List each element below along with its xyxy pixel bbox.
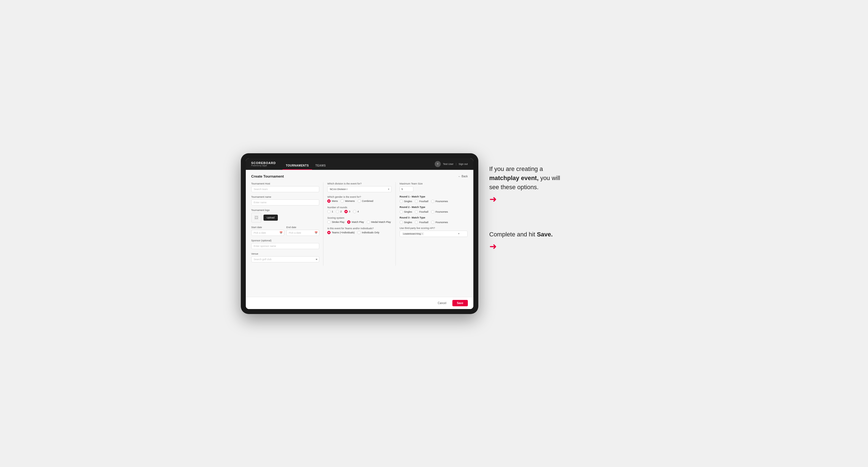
back-button[interactable]: ← Back xyxy=(458,175,468,178)
scoring-match[interactable]: Match Play xyxy=(347,220,364,224)
teams-teams-radio[interactable] xyxy=(327,231,331,234)
sponsor-label: Sponsor (optional) xyxy=(251,239,319,242)
tablet-screen: SCOREBOARD Powered by clippit TOURNAMENT… xyxy=(246,158,473,309)
teams-teams-label: Teams (+Individuals) xyxy=(332,231,354,234)
rounds-4-radio[interactable] xyxy=(353,210,356,213)
api-select-box[interactable]: Leaderboard King × ▾ xyxy=(400,230,468,237)
round1-fourball[interactable]: Fourball xyxy=(415,200,428,203)
page-title: Create Tournament xyxy=(251,174,284,178)
round3-singles-radio[interactable] xyxy=(400,221,403,224)
round2-singles[interactable]: Singles xyxy=(400,210,412,214)
teams-group: Is this event for Teams and/or Individua… xyxy=(327,227,392,234)
round1-foursomes-label: Foursomes xyxy=(436,200,448,203)
scoring-medal[interactable]: Medal Match Play xyxy=(367,220,391,224)
col-2: Which division is the event for? NCAA Di… xyxy=(323,182,396,266)
max-team-size-input[interactable] xyxy=(400,186,413,192)
brand-title: SCOREBOARD xyxy=(251,161,276,165)
cancel-button[interactable]: Cancel xyxy=(434,300,450,306)
round3-label: Round 3 - Match Type xyxy=(400,216,468,219)
teams-teams[interactable]: Teams (+Individuals) xyxy=(327,231,354,234)
round1-fourball-radio[interactable] xyxy=(415,200,418,203)
round3-fourball[interactable]: Fourball xyxy=(415,221,428,224)
rounds-radio-group: 1 2 3 xyxy=(327,210,392,213)
sponsor-group: Sponsor (optional) xyxy=(251,239,319,249)
rounds-4-label: 4 xyxy=(358,210,359,213)
tournament-name-label: Tournament name xyxy=(251,195,319,198)
annotation-bottom-text: Complete and hit Save. xyxy=(489,230,567,239)
round2-singles-radio[interactable] xyxy=(400,210,403,214)
round1-singles-radio[interactable] xyxy=(400,200,403,203)
arrow-bottom-icon: ➜ xyxy=(489,242,497,252)
teams-individuals-radio[interactable] xyxy=(358,231,361,234)
rounds-3[interactable]: 3 xyxy=(344,210,350,213)
annotation-top-text: If you are creating a matchplay event, y… xyxy=(489,164,567,192)
annotation-bottom: Complete and hit Save. ➜ xyxy=(489,230,627,252)
round2-section: Round 2 - Match Type Singles Fourball xyxy=(400,206,468,214)
calendar-icon-end: 📅 xyxy=(315,231,318,234)
rounds-2-radio[interactable] xyxy=(336,210,339,213)
gender-womens[interactable]: Womens xyxy=(341,199,354,203)
modal-footer: Cancel Save xyxy=(246,297,473,309)
division-select-wrapper: NCAA Division I xyxy=(327,186,392,192)
dates-group: Start date 📅 End date xyxy=(251,226,319,236)
tournament-name-input[interactable] xyxy=(251,199,319,206)
round1-fourball-label: Fourball xyxy=(419,200,428,203)
rounds-1[interactable]: 1 xyxy=(327,210,333,213)
scoring-stroke[interactable]: Stroke Play xyxy=(327,220,344,224)
upload-button[interactable]: Upload xyxy=(264,215,278,221)
api-value: Leaderboard King xyxy=(403,232,421,235)
scoring-match-radio[interactable] xyxy=(347,220,350,224)
round2-foursomes-radio[interactable] xyxy=(431,210,434,214)
round1-singles[interactable]: Singles xyxy=(400,200,412,203)
rounds-3-radio[interactable] xyxy=(344,210,348,213)
max-team-size-group: Maximum Team Size xyxy=(400,182,468,192)
round1-foursomes-radio[interactable] xyxy=(431,200,434,203)
scoring-medal-label: Medal Match Play xyxy=(371,221,391,223)
save-button[interactable]: Save xyxy=(453,300,468,306)
round2-foursomes[interactable]: Foursomes xyxy=(431,210,448,214)
venue-chevron-icon: ▾ xyxy=(316,258,318,261)
tab-teams[interactable]: TEAMS xyxy=(312,164,329,170)
round3-foursomes[interactable]: Foursomes xyxy=(431,221,448,224)
teams-label: Is this event for Teams and/or Individua… xyxy=(327,227,392,230)
content-area: Create Tournament ← Back Tournament Host… xyxy=(246,170,473,297)
api-label: Use third-party live scoring API? xyxy=(400,227,468,229)
start-date-label: Start date xyxy=(251,226,284,229)
round1-singles-label: Singles xyxy=(404,200,412,203)
division-select[interactable]: NCAA Division I xyxy=(327,186,392,192)
round2-fourball[interactable]: Fourball xyxy=(415,210,428,214)
gender-womens-radio[interactable] xyxy=(341,199,344,203)
round2-fourball-radio[interactable] xyxy=(415,210,418,214)
round3-singles[interactable]: Singles xyxy=(400,221,412,224)
teams-radio-group: Teams (+Individuals) Individuals Only xyxy=(327,231,392,234)
gender-combined[interactable]: Combined xyxy=(358,199,373,203)
rounds-1-radio[interactable] xyxy=(327,210,331,213)
round3-fourball-radio[interactable] xyxy=(415,221,418,224)
tab-tournaments[interactable]: TOURNAMENTS xyxy=(282,164,312,170)
tournament-name-group: Tournament name xyxy=(251,195,319,206)
scoring-radio-group: Stroke Play Match Play Medal Match Play xyxy=(327,220,392,224)
gender-mens-radio[interactable] xyxy=(327,199,331,203)
tournament-host-input[interactable] xyxy=(251,186,319,192)
signout-link[interactable]: Sign out xyxy=(459,163,468,165)
round3-foursomes-radio[interactable] xyxy=(431,221,434,224)
rounds-2-label: 2 xyxy=(340,210,342,213)
venue-input[interactable] xyxy=(251,256,319,262)
brand-powered: Powered by clippit xyxy=(251,165,276,166)
round1-label: Round 1 - Match Type xyxy=(400,195,468,198)
sponsor-input[interactable] xyxy=(251,243,319,249)
gender-combined-radio[interactable] xyxy=(358,199,361,203)
gender-mens-label: Mens xyxy=(332,200,338,203)
teams-individuals[interactable]: Individuals Only xyxy=(358,231,379,234)
scoring-stroke-radio[interactable] xyxy=(327,220,331,224)
gender-mens[interactable]: Mens xyxy=(327,199,338,203)
nav-right: T Test User | Sign out xyxy=(435,161,468,167)
rounds-2[interactable]: 2 xyxy=(336,210,342,213)
round1-foursomes[interactable]: Foursomes xyxy=(431,200,448,203)
api-clear-button[interactable]: × xyxy=(422,232,423,235)
scoring-stroke-label: Stroke Play xyxy=(332,221,344,223)
scoring-medal-radio[interactable] xyxy=(367,220,370,224)
logo-placeholder: 🖼 xyxy=(251,213,261,223)
gender-radio-group: Mens Womens Combined xyxy=(327,199,392,203)
rounds-4[interactable]: 4 xyxy=(353,210,359,213)
